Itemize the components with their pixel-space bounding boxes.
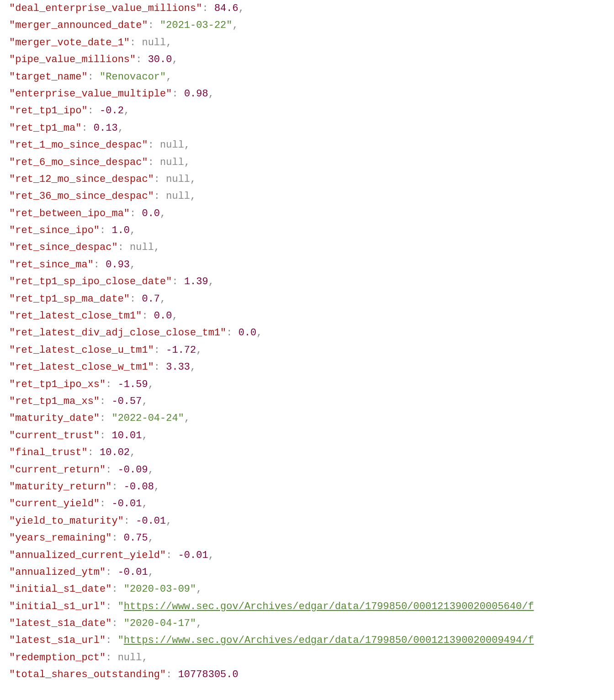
json-comma: , [154, 481, 160, 493]
json-key: "maturity_date" [9, 413, 100, 424]
json-line: "ret_36_mo_since_despac": null, [5, 188, 609, 205]
json-colon: : [106, 601, 117, 612]
json-key: "ret_tp1_sp_ma_date" [9, 293, 130, 305]
json-line: "maturity_date": "2022-04-24", [5, 410, 609, 427]
json-line: "target_name": "Renovacor", [5, 69, 609, 85]
json-comma: , [208, 88, 214, 100]
json-number-value: 0.0 [238, 327, 257, 339]
json-key: "total_shares_outstanding" [9, 669, 166, 680]
json-line: "current_yield": -0.01, [5, 495, 609, 512]
json-key: "ret_latest_close_w_tm1" [9, 361, 154, 373]
json-key: "ret_1_mo_since_despac" [9, 139, 148, 151]
json-quote: " [118, 601, 124, 612]
json-colon: : [106, 464, 117, 476]
json-key: "ret_latest_close_tm1" [9, 310, 142, 322]
json-key: "current_yield" [9, 498, 100, 509]
json-number-value: -0.01 [136, 515, 166, 527]
json-comma: , [154, 242, 160, 253]
json-null-value: null [118, 652, 142, 663]
json-colon: : [111, 481, 123, 493]
json-line: "initial_s1_url": "https://www.sec.gov/A… [5, 598, 609, 615]
json-line: "ret_tp1_sp_ma_date": 0.7, [5, 291, 609, 308]
json-comma: , [196, 583, 202, 595]
json-comma: , [208, 276, 214, 287]
json-key: "ret_tp1_ma" [9, 122, 81, 134]
json-line: "ret_latest_close_tm1": 0.0, [5, 308, 609, 324]
json-line: "total_shares_outstanding": 10778305.0 [5, 666, 609, 683]
json-colon: : [202, 3, 214, 14]
json-line: "ret_latest_close_w_tm1": 3.33, [5, 359, 609, 376]
json-line: "ret_6_mo_since_despac": null, [5, 154, 609, 171]
json-number-value: 0.98 [184, 88, 208, 100]
json-line: "latest_s1a_url": "https://www.sec.gov/A… [5, 632, 609, 649]
json-colon: : [106, 635, 117, 646]
json-key: "ret_tp1_sp_ipo_close_date" [9, 276, 172, 287]
json-key: "redemption_pct" [9, 652, 106, 663]
json-colon: : [172, 276, 184, 287]
json-number-value: 0.0 [142, 208, 160, 219]
json-comma: , [148, 532, 154, 544]
json-comma: , [184, 413, 190, 424]
json-colon: : [81, 122, 93, 134]
json-key: "ret_since_ipo" [9, 225, 100, 236]
json-colon: : [100, 413, 111, 424]
json-colon: : [88, 105, 100, 117]
json-comma: , [196, 345, 202, 356]
json-number-value: 10.01 [111, 430, 142, 441]
json-quote: " [118, 635, 124, 646]
json-line: "ret_between_ipo_ma": 0.0, [5, 205, 609, 222]
json-colon: : [100, 430, 111, 441]
json-number-value: 0.0 [154, 310, 172, 322]
json-colon: : [106, 379, 117, 390]
json-comma: , [208, 550, 214, 561]
json-colon: : [154, 361, 166, 373]
json-string-value: "2021-03-22" [160, 20, 232, 31]
json-code-block: "deal_enterprise_value_millions": 84.6,"… [5, 0, 609, 684]
json-comma: , [142, 652, 148, 663]
json-line: "ret_since_despac": null, [5, 239, 609, 256]
json-link-value[interactable]: https://www.sec.gov/Archives/edgar/data/… [124, 635, 534, 646]
json-colon: : [154, 174, 166, 185]
json-colon: : [111, 618, 123, 629]
json-colon: : [130, 37, 142, 48]
json-colon: : [106, 567, 117, 578]
json-key: "ret_tp1_ipo_xs" [9, 379, 106, 390]
json-colon: : [111, 583, 123, 595]
json-key: "annualized_current_yield" [9, 550, 166, 561]
json-line: "annualized_current_yield": -0.01, [5, 547, 609, 564]
json-line: "ret_tp1_ma": 0.13, [5, 120, 609, 137]
json-null-value: null [160, 157, 184, 168]
json-key: "yield_to_maturity" [9, 515, 124, 527]
json-link-value[interactable]: https://www.sec.gov/Archives/edgar/data/… [124, 601, 534, 612]
json-colon: : [124, 515, 136, 527]
json-colon: : [154, 191, 166, 202]
json-null-value: null [166, 174, 190, 185]
json-comma: , [196, 618, 202, 629]
json-comma: , [142, 498, 148, 509]
json-number-value: -0.2 [100, 105, 124, 117]
json-line: "current_trust": 10.01, [5, 427, 609, 444]
json-line: "yield_to_maturity": -0.01, [5, 513, 609, 530]
json-number-value: -0.08 [124, 481, 154, 493]
json-comma: , [124, 105, 130, 117]
json-comma: , [130, 225, 136, 236]
json-number-value: 3.33 [166, 361, 190, 373]
json-comma: , [238, 3, 244, 14]
json-comma: , [190, 191, 196, 202]
json-comma: , [130, 259, 136, 270]
json-line: "ret_tp1_ipo_xs": -1.59, [5, 376, 609, 393]
json-null-value: null [142, 37, 166, 48]
json-key: "current_return" [9, 464, 106, 476]
json-line: "enterprise_value_multiple": 0.98, [5, 85, 609, 102]
json-key: "years_remaining" [9, 532, 111, 544]
json-colon: : [106, 652, 117, 663]
json-line: "ret_tp1_ma_xs": -0.57, [5, 393, 609, 410]
json-key: "ret_tp1_ipo" [9, 105, 88, 117]
json-comma: , [148, 379, 154, 390]
json-colon: : [172, 88, 184, 100]
json-comma: , [160, 293, 166, 305]
json-line: "years_remaining": 0.75, [5, 530, 609, 546]
json-number-value: 30.0 [148, 54, 172, 65]
json-comma: , [233, 20, 238, 31]
json-line: "latest_s1a_date": "2020-04-17", [5, 615, 609, 632]
